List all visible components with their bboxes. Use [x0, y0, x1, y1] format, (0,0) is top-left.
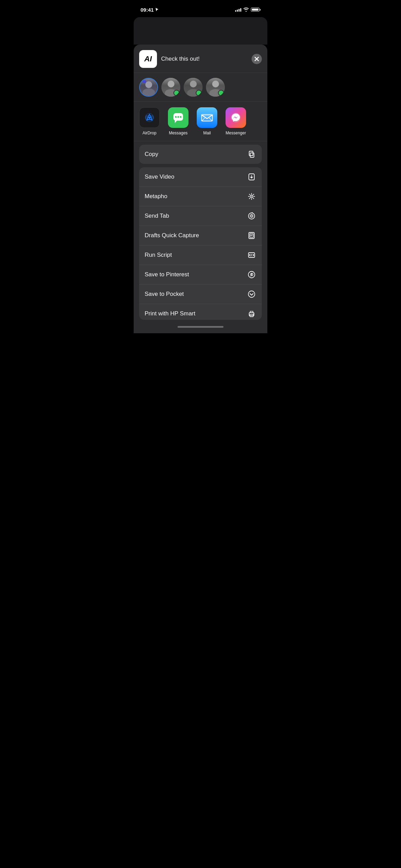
save-video-button[interactable]: Save Video: [139, 167, 262, 187]
home-indicator-bar: [134, 323, 267, 333]
target-svg: [248, 212, 255, 220]
share-sheet: AI Check this out!: [134, 45, 267, 333]
status-bar: 09:41: [134, 0, 267, 17]
contact-avatar: [206, 78, 225, 97]
contact-item[interactable]: [206, 78, 225, 97]
svg-point-15: [251, 196, 252, 197]
app-label-messenger: Messenger: [226, 131, 246, 135]
signal-bars-icon: [235, 8, 241, 12]
pocket-svg: [248, 290, 255, 298]
star-icon: [247, 192, 256, 201]
pinterest-icon: [247, 270, 256, 279]
home-indicator: [178, 326, 223, 328]
status-time: 09:41: [141, 7, 159, 13]
actions-section: Save Video Metapho Send Tab: [139, 167, 262, 320]
svg-rect-20: [250, 233, 253, 238]
battery-icon: [251, 8, 260, 12]
airdrop-svg: [143, 111, 156, 124]
status-icons: [235, 8, 260, 12]
contact-item[interactable]: [161, 78, 180, 97]
svg-point-23: [248, 291, 255, 298]
download-svg: [248, 173, 255, 181]
save-to-pocket-label: Save to Pocket: [145, 291, 184, 298]
code-svg: [248, 251, 255, 259]
save-to-pinterest-label: Save to Pinterest: [145, 271, 189, 278]
time-label: 09:41: [141, 7, 154, 13]
print-with-hp-label: Print with HP Smart: [145, 310, 195, 317]
drafts-svg: [248, 232, 255, 239]
svg-rect-12: [249, 151, 253, 156]
app-item-airdrop[interactable]: AirDrop: [138, 107, 161, 135]
send-tab-button[interactable]: Send Tab: [139, 206, 262, 226]
save-video-label: Save Video: [145, 173, 174, 180]
metapho-button[interactable]: Metapho: [139, 187, 262, 206]
wifi-icon: [243, 8, 249, 12]
messages-icon: [168, 107, 189, 128]
share-title: Check this out!: [161, 56, 252, 62]
share-app-icon: AI: [139, 50, 157, 68]
drafts-icon: [247, 231, 256, 240]
app-label-airdrop: AirDrop: [143, 131, 157, 135]
contact-avatar: [161, 78, 180, 97]
svg-point-7: [180, 116, 182, 118]
copy-section: Copy: [139, 145, 262, 164]
contacts-row[interactable]: [134, 73, 267, 102]
copy-button[interactable]: Copy: [139, 145, 262, 164]
messages-svg: [172, 111, 184, 124]
svg-point-18: [251, 216, 252, 217]
download-icon: [247, 172, 256, 182]
app-item-messages[interactable]: Messages: [167, 107, 190, 135]
page-background: [134, 17, 267, 45]
app-item-mail[interactable]: Mail: [195, 107, 219, 135]
app-label-mail: Mail: [203, 131, 211, 135]
copy-icon: [247, 149, 256, 159]
mail-icon: [197, 107, 217, 128]
code-icon: [247, 250, 256, 260]
run-script-label: Run Script: [145, 252, 172, 258]
svg-point-6: [178, 116, 179, 118]
contact-item[interactable]: [139, 78, 158, 97]
drafts-quick-capture-button[interactable]: Drafts Quick Capture: [139, 226, 262, 245]
app-label-messages: Messages: [169, 131, 188, 135]
target-icon: [247, 211, 256, 221]
mail-svg: [201, 112, 213, 123]
printer-icon: [247, 309, 256, 318]
save-to-pinterest-button[interactable]: Save to Pinterest: [139, 265, 262, 285]
close-button[interactable]: [252, 54, 262, 64]
app-icon-text: AI: [144, 55, 152, 63]
messenger-svg: [230, 111, 242, 124]
location-arrow-icon: [155, 8, 159, 12]
airdrop-icon: [139, 107, 160, 128]
contact-item[interactable]: [184, 78, 203, 97]
messenger-icon: [226, 107, 246, 128]
apps-row[interactable]: AirDrop Messages: [134, 102, 267, 141]
send-tab-label: Send Tab: [145, 213, 169, 219]
close-icon: [254, 57, 259, 61]
svg-point-26: [253, 314, 254, 314]
app-item-messenger[interactable]: Messenger: [224, 107, 247, 135]
pocket-icon: [247, 289, 256, 299]
drafts-label: Drafts Quick Capture: [145, 232, 199, 239]
copy-label: Copy: [145, 151, 158, 158]
share-header: AI Check this out!: [134, 45, 267, 73]
print-with-hp-button[interactable]: Print with HP Smart: [139, 304, 262, 320]
svg-marker-4: [175, 121, 177, 123]
contact-avatar: [184, 78, 203, 97]
svg-point-0: [148, 117, 150, 119]
metapho-label: Metapho: [145, 193, 167, 200]
star-svg: [248, 193, 255, 200]
pinterest-svg: [248, 271, 255, 278]
contact-avatar: [139, 78, 158, 97]
copy-svg: [248, 150, 255, 158]
svg-rect-11: [250, 153, 254, 157]
save-to-pocket-button[interactable]: Save to Pocket: [139, 285, 262, 304]
svg-point-5: [175, 116, 177, 118]
run-script-button[interactable]: Run Script: [139, 245, 262, 265]
printer-svg: [248, 310, 255, 317]
